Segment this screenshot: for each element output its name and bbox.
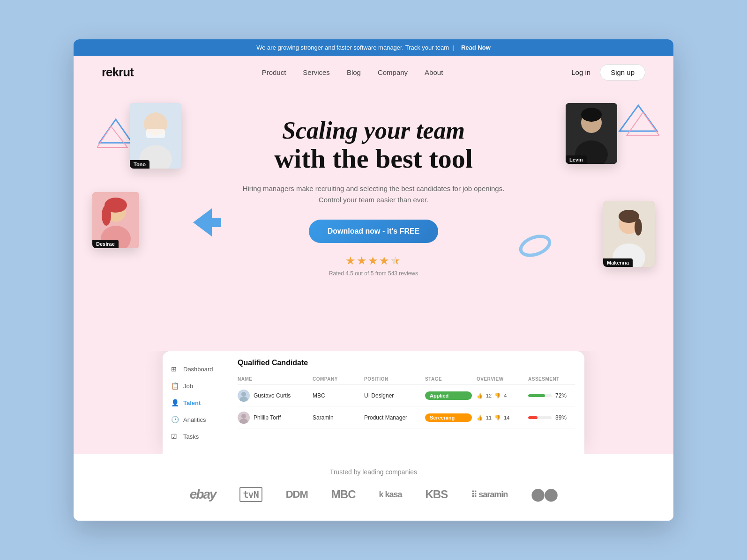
brand-mbc: MBC [331, 488, 356, 501]
brand-logos: ebay tvN DDM MBC k kasa KBS ⠿ saramin ⬤⬤ [102, 487, 645, 502]
nav-services[interactable]: Services [303, 68, 330, 76]
login-button[interactable]: Log in [571, 68, 590, 76]
thumbup-count-2: 11 [486, 415, 492, 420]
avatar-gustavo [238, 390, 250, 402]
deco-shape-arrow [191, 206, 224, 241]
stage-badge-2: Screening [425, 413, 472, 422]
progress-wrap-2: 39% [528, 414, 575, 421]
deco-shape-top-left [97, 117, 134, 152]
app-preview-wrapper: ⊞ Dashboard 📋 Job 👤 Talent 🕐 Analitics ☑ [74, 351, 673, 454]
card-makenna-label: Makenna [603, 258, 633, 267]
sidebar-item-talent[interactable]: 👤 Talent [163, 394, 228, 411]
votes-2: 👍 11 👎 14 [477, 415, 523, 421]
signup-button[interactable]: Sign up [600, 64, 645, 81]
svg-marker-2 [620, 105, 657, 131]
thumbdown-icon-1: 👎 [494, 393, 501, 399]
svg-point-23 [635, 219, 642, 236]
profile-card-desirae: Desirae [92, 192, 139, 248]
progress-fill-1 [528, 394, 545, 397]
brand-kasa: k kasa [379, 490, 402, 500]
sidebar-item-dashboard[interactable]: ⊞ Dashboard [163, 361, 228, 377]
job-icon: 📋 [171, 382, 179, 390]
thumbup-icon-2: 👍 [477, 415, 483, 421]
thumbdown-icon-2: 👎 [494, 415, 501, 421]
svg-rect-9 [146, 129, 165, 138]
col-assesment: ASSESMENT [528, 376, 575, 382]
avatar-phillip [238, 412, 250, 424]
name-gustavo: Gustavo Curtis [254, 392, 291, 399]
company-2: Saramin [313, 414, 359, 421]
col-stage: STAGE [425, 376, 472, 382]
navbar: rekrut Product Services Blog Company Abo… [74, 56, 673, 89]
nav-product[interactable]: Product [262, 68, 286, 76]
sidebar: ⊞ Dashboard 📋 Job 👤 Talent 🕐 Analitics ☑ [163, 351, 228, 454]
hero-section: Tono Levin [74, 89, 673, 351]
trusted-title: Trusted by leading companies [102, 468, 645, 476]
table-title: Qualified Candidate [238, 359, 575, 367]
svg-marker-0 [99, 119, 132, 143]
nav-company[interactable]: Company [378, 68, 408, 76]
brand-mastercard: ⬤⬤ [531, 487, 557, 502]
deco-shape-top-right [617, 103, 659, 142]
hero-title-bold: with the best tool [233, 144, 514, 174]
app-preview: ⊞ Dashboard 📋 Job 👤 Talent 🕐 Analitics ☑ [163, 351, 584, 454]
name-cell-1: Gustavo Curtis [238, 390, 308, 402]
brand-saramin: ⠿ saramin [471, 489, 508, 500]
hero-content: Scaling your team with the best tool Hir… [233, 98, 514, 277]
sidebar-item-analytics[interactable]: 🕐 Analitics [163, 411, 228, 428]
col-position: POSITION [364, 376, 420, 382]
nav-links: Product Services Blog Company About [262, 68, 443, 77]
announcement-text: We are growing stronger and faster softw… [256, 44, 449, 51]
svg-point-13 [581, 108, 602, 122]
table-header: NAME COMPANY POSITION STAGE OVERVIEW ASS… [238, 374, 575, 385]
tasks-icon: ☑ [171, 433, 179, 440]
brand-ebay: ebay [190, 487, 216, 502]
nav-actions: Log in Sign up [571, 64, 645, 81]
position-2: Product Manager [364, 414, 420, 421]
thumbdown-count-2: 14 [504, 415, 509, 420]
thumbup-icon-1: 👍 [477, 393, 483, 399]
company-1: MBC [313, 392, 359, 399]
card-desirae-label: Desirae [92, 240, 119, 248]
announcement-bar: We are growing stronger and faster softw… [74, 39, 673, 56]
table-row[interactable]: Gustavo Curtis MBC UI Designer Applied 👍… [238, 385, 575, 407]
sidebar-item-job[interactable]: 📋 Job [163, 377, 228, 394]
progress-wrap-1: 72% [528, 392, 575, 399]
announcement-cta[interactable]: Read Now [461, 44, 491, 51]
progress-text-2: 39% [555, 414, 567, 421]
analytics-icon: 🕐 [171, 416, 179, 423]
sidebar-job-label: Job [183, 383, 193, 390]
thumbdown-count-1: 4 [504, 393, 507, 398]
logo[interactable]: rekrut [102, 65, 134, 80]
col-name: NAME [238, 376, 308, 382]
name-cell-2: Phillip Torff [238, 412, 308, 424]
hero-subtitle: Hiring managers make recruiting and sele… [233, 183, 514, 206]
brand-ddm: DDM [286, 488, 308, 501]
progress-bar-2 [528, 416, 552, 419]
browser-window: We are growing stronger and faster softw… [74, 39, 673, 521]
svg-point-28 [241, 414, 246, 419]
progress-bar-1 [528, 394, 552, 397]
rating-stars: ★★★★★★ [345, 254, 402, 267]
svg-point-18 [102, 205, 111, 226]
card-levin-label: Levin [566, 155, 587, 164]
table-area: Qualified Candidate NAME COMPANY POSITIO… [228, 351, 584, 454]
stage-badge-1: Applied [425, 391, 472, 400]
nav-blog[interactable]: Blog [347, 68, 361, 76]
votes-1: 👍 12 👎 4 [477, 393, 523, 399]
svg-point-5 [519, 234, 552, 258]
cta-button[interactable]: Download now - it's FREE [309, 220, 439, 243]
deco-shape-ring [519, 234, 552, 259]
profile-card-tono: Tono [130, 103, 181, 169]
nav-about[interactable]: About [425, 68, 443, 76]
table-row[interactable]: Phillip Torff Saramin Product Manager Sc… [238, 407, 575, 429]
progress-text-1: 72% [555, 392, 567, 399]
profile-card-levin: Levin [566, 103, 617, 164]
sidebar-item-tasks[interactable]: ☑ Tasks [163, 428, 228, 445]
svg-marker-4 [193, 208, 221, 236]
rating-text: Rated 4.5 out of 5 from 543 reviews [329, 270, 418, 277]
sidebar-tasks-label: Tasks [183, 433, 199, 440]
hero-title-italic: Scaling your team [233, 117, 514, 144]
card-tono-label: Tono [130, 160, 149, 169]
col-company: COMPANY [313, 376, 359, 382]
